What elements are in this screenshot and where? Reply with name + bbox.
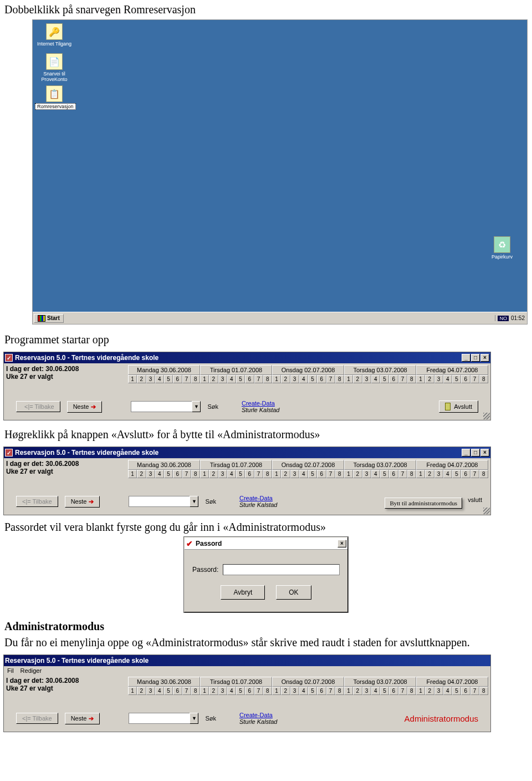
period-cell[interactable]: 6: [173, 470, 182, 478]
period-cell[interactable]: 2: [137, 375, 146, 383]
period-cell[interactable]: 7: [182, 375, 191, 383]
period-cell[interactable]: 3: [290, 470, 299, 478]
period-cell[interactable]: 1: [272, 375, 281, 383]
period-cell[interactable]: 5: [308, 375, 317, 383]
period-cell[interactable]: 5: [452, 375, 461, 383]
resize-grip-icon[interactable]: [483, 413, 490, 419]
period-cell[interactable]: 5: [308, 687, 317, 695]
passord-input[interactable]: [223, 564, 340, 575]
period-cell[interactable]: 6: [389, 687, 398, 695]
period-cell[interactable]: 4: [299, 470, 308, 478]
tilbake-button[interactable]: <|= Tilbake: [16, 496, 58, 507]
period-cell[interactable]: 5: [380, 375, 389, 383]
period-cell[interactable]: 4: [371, 470, 380, 478]
period-cell[interactable]: 5: [236, 375, 245, 383]
maximize-button[interactable]: □: [471, 449, 480, 457]
period-cell[interactable]: 1: [416, 470, 425, 478]
search-input[interactable]: [131, 401, 192, 412]
period-cell[interactable]: 6: [245, 687, 254, 695]
period-cell[interactable]: 6: [461, 470, 470, 478]
period-cell[interactable]: 6: [461, 375, 470, 383]
create-data-link[interactable]: Create-Data: [239, 712, 277, 718]
period-cell[interactable]: 3: [434, 687, 443, 695]
period-cell[interactable]: 7: [254, 687, 263, 695]
period-cell[interactable]: 2: [137, 470, 146, 478]
period-cell[interactable]: 4: [227, 687, 236, 695]
period-cell[interactable]: 6: [317, 687, 326, 695]
period-cell[interactable]: 3: [362, 687, 371, 695]
period-cell[interactable]: 4: [371, 375, 380, 383]
period-cell[interactable]: 8: [407, 687, 416, 695]
period-cell[interactable]: 1: [200, 470, 209, 478]
period-cell[interactable]: 8: [479, 375, 488, 383]
period-cell[interactable]: 6: [389, 470, 398, 478]
desktop-icon-romreservasjon[interactable]: 📋 Romreservasjon: [35, 85, 74, 110]
period-cell[interactable]: 8: [407, 375, 416, 383]
period-cell[interactable]: 2: [425, 687, 434, 695]
period-cell[interactable]: 3: [362, 375, 371, 383]
close-button[interactable]: ×: [480, 449, 489, 457]
period-cell[interactable]: 7: [470, 470, 479, 478]
period-cell[interactable]: 6: [173, 687, 182, 695]
period-cell[interactable]: 5: [380, 470, 389, 478]
desktop-icon-internet[interactable]: 🔑 Internet Tilgang: [35, 23, 74, 47]
context-menu-item[interactable]: Bytt til administratormodus: [390, 500, 457, 506]
period-cell[interactable]: 3: [434, 375, 443, 383]
period-cell[interactable]: 4: [155, 375, 164, 383]
period-cell[interactable]: 2: [209, 375, 218, 383]
period-cell[interactable]: 4: [227, 375, 236, 383]
period-cell[interactable]: 5: [236, 470, 245, 478]
period-cell[interactable]: 8: [191, 687, 200, 695]
period-cell[interactable]: 8: [335, 375, 344, 383]
period-cell[interactable]: 8: [335, 687, 344, 695]
period-cell[interactable]: 1: [272, 470, 281, 478]
menu-rediger[interactable]: Rediger: [21, 667, 42, 674]
period-cell[interactable]: 8: [191, 375, 200, 383]
period-cell[interactable]: 5: [452, 470, 461, 478]
period-cell[interactable]: 2: [425, 470, 434, 478]
desktop-icon-snarvei[interactable]: 📄 Snarvei til ProveKonto: [35, 53, 74, 82]
period-cell[interactable]: 5: [452, 687, 461, 695]
period-cell[interactable]: 4: [299, 687, 308, 695]
period-cell[interactable]: 6: [317, 470, 326, 478]
period-cell[interactable]: 7: [254, 375, 263, 383]
dropdown-icon[interactable]: ▼: [192, 401, 201, 412]
context-menu[interactable]: Bytt til administratormodus: [385, 498, 462, 509]
close-button[interactable]: ×: [337, 540, 346, 547]
resize-grip-icon[interactable]: [483, 508, 490, 514]
period-cell[interactable]: 1: [344, 375, 353, 383]
period-cell[interactable]: 2: [281, 687, 290, 695]
period-cell[interactable]: 1: [416, 375, 425, 383]
period-cell[interactable]: 4: [227, 470, 236, 478]
neste-button[interactable]: Neste ➔: [67, 401, 103, 413]
period-cell[interactable]: 8: [263, 687, 272, 695]
period-cell[interactable]: 4: [443, 687, 452, 695]
period-cell[interactable]: 1: [128, 470, 137, 478]
period-cell[interactable]: 5: [164, 375, 173, 383]
period-cell[interactable]: 1: [128, 687, 137, 695]
search-input[interactable]: [129, 496, 190, 507]
period-cell[interactable]: 3: [146, 470, 155, 478]
period-cell[interactable]: 5: [236, 687, 245, 695]
period-cell[interactable]: 5: [164, 687, 173, 695]
search-input[interactable]: [129, 713, 190, 724]
search-combo[interactable]: ▼: [129, 496, 198, 507]
period-cell[interactable]: 1: [272, 687, 281, 695]
period-cell[interactable]: 8: [479, 470, 488, 478]
period-cell[interactable]: 2: [281, 470, 290, 478]
period-cell[interactable]: 3: [146, 375, 155, 383]
period-cell[interactable]: 7: [182, 470, 191, 478]
period-cell[interactable]: 4: [443, 375, 452, 383]
neste-button[interactable]: Neste➔: [65, 496, 100, 508]
create-data-link[interactable]: Create-Data: [242, 400, 279, 407]
period-cell[interactable]: 4: [155, 470, 164, 478]
period-cell[interactable]: 3: [218, 375, 227, 383]
dropdown-icon[interactable]: ▼: [190, 496, 198, 507]
period-cell[interactable]: 7: [182, 687, 191, 695]
period-cell[interactable]: 2: [209, 687, 218, 695]
tilbake-button[interactable]: <|= Tilbake: [16, 713, 58, 724]
period-cell[interactable]: 1: [200, 375, 209, 383]
tilbake-button[interactable]: <|= Tilbake: [16, 401, 60, 412]
lang-indicator[interactable]: NO: [498, 316, 509, 321]
avbryt-button[interactable]: Avbryt: [221, 585, 265, 600]
